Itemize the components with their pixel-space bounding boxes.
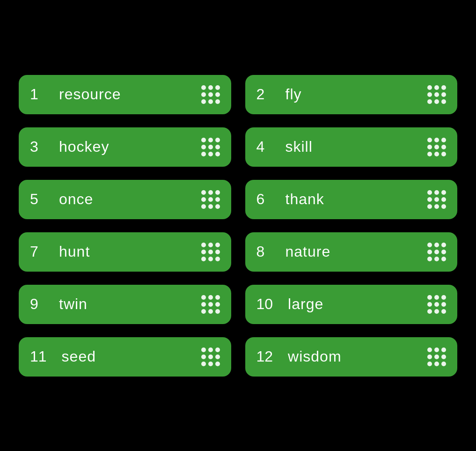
dot — [215, 85, 220, 90]
dot — [441, 243, 446, 247]
dot — [201, 347, 206, 352]
dots-icon-7[interactable] — [201, 243, 220, 261]
dot — [201, 295, 206, 300]
dots-icon-11[interactable] — [201, 347, 220, 366]
card-number-7: 7 — [30, 243, 44, 260]
dot — [215, 190, 220, 195]
dot — [441, 197, 446, 202]
dot — [201, 152, 206, 156]
dot — [201, 355, 206, 359]
dot — [427, 243, 432, 247]
dot — [208, 362, 213, 366]
dots-icon-4[interactable] — [427, 138, 446, 156]
dot — [201, 362, 206, 366]
dot — [201, 309, 206, 314]
card-item-3[interactable]: 3hockey — [19, 127, 231, 167]
dot — [434, 347, 439, 352]
dot — [427, 355, 432, 359]
card-number-6: 6 — [256, 191, 271, 208]
card-number-11: 11 — [30, 348, 47, 365]
dot — [434, 92, 439, 97]
dot — [208, 355, 213, 359]
dot — [434, 190, 439, 195]
dot — [208, 145, 213, 149]
dot — [215, 92, 220, 97]
dots-icon-9[interactable] — [201, 295, 220, 314]
dots-icon-5[interactable] — [201, 190, 220, 209]
card-word-9: twin — [59, 296, 88, 313]
dot — [441, 152, 446, 156]
dot — [215, 362, 220, 366]
dots-icon-2[interactable] — [427, 85, 446, 104]
card-word-7: hunt — [59, 243, 90, 260]
dot — [434, 243, 439, 247]
dot — [201, 145, 206, 149]
card-number-10: 10 — [256, 296, 273, 313]
dot — [441, 250, 446, 254]
dot — [441, 347, 446, 352]
dot — [201, 250, 206, 254]
card-item-8[interactable]: 8nature — [245, 232, 458, 272]
dot — [434, 302, 439, 307]
dot — [208, 204, 213, 209]
dot — [208, 257, 213, 261]
dot — [215, 257, 220, 261]
dot — [201, 92, 206, 97]
dots-icon-6[interactable] — [427, 190, 446, 209]
dot — [427, 138, 432, 142]
dot — [434, 152, 439, 156]
dot — [427, 309, 432, 314]
card-number-2: 2 — [256, 86, 271, 103]
dots-icon-3[interactable] — [201, 138, 220, 156]
card-item-2[interactable]: 2fly — [245, 75, 458, 114]
dot — [434, 99, 439, 104]
dot — [208, 243, 213, 247]
dot — [441, 362, 446, 366]
dot — [208, 190, 213, 195]
dot — [434, 204, 439, 209]
dot — [434, 145, 439, 149]
dot — [201, 138, 206, 142]
dots-icon-12[interactable] — [427, 347, 446, 366]
dot — [434, 197, 439, 202]
card-number-12: 12 — [256, 348, 273, 365]
dots-icon-10[interactable] — [427, 295, 446, 314]
dot — [208, 138, 213, 142]
card-item-5[interactable]: 5once — [19, 180, 231, 219]
card-number-5: 5 — [30, 191, 44, 208]
card-item-4[interactable]: 4skill — [245, 127, 458, 167]
card-item-12[interactable]: 12wisdom — [245, 337, 458, 377]
card-word-10: large — [288, 296, 323, 313]
card-item-6[interactable]: 6thank — [245, 180, 458, 219]
dots-icon-1[interactable] — [201, 85, 220, 104]
dot — [427, 92, 432, 97]
dot — [427, 347, 432, 352]
dot — [441, 190, 446, 195]
dot — [441, 99, 446, 104]
dots-icon-8[interactable] — [427, 243, 446, 261]
dot — [427, 197, 432, 202]
card-item-9[interactable]: 9twin — [19, 285, 231, 324]
dot — [215, 347, 220, 352]
dot — [201, 197, 206, 202]
dot — [434, 250, 439, 254]
dot — [215, 145, 220, 149]
dot — [427, 99, 432, 104]
dot — [441, 257, 446, 261]
card-item-10[interactable]: 10large — [245, 285, 458, 324]
card-item-1[interactable]: 1resource — [19, 75, 231, 114]
card-word-12: wisdom — [288, 348, 341, 365]
dot — [215, 309, 220, 314]
dot — [434, 295, 439, 300]
dot — [427, 362, 432, 366]
card-word-3: hockey — [59, 138, 109, 155]
card-item-7[interactable]: 7hunt — [19, 232, 231, 272]
dot — [434, 355, 439, 359]
dot — [427, 302, 432, 307]
dot — [208, 302, 213, 307]
dot — [427, 152, 432, 156]
dot — [427, 145, 432, 149]
dot — [201, 204, 206, 209]
dot — [427, 190, 432, 195]
card-item-11[interactable]: 11seed — [19, 337, 231, 377]
